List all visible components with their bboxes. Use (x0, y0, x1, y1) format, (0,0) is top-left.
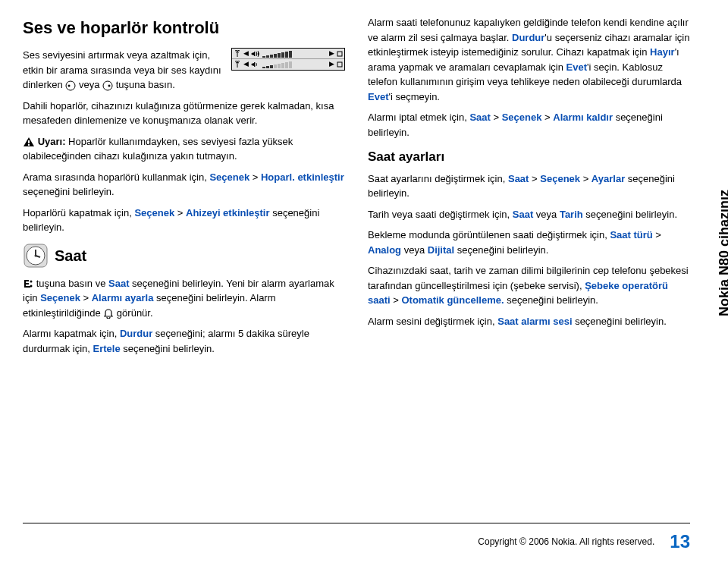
volume-row-speaker: ◀ ▶ (232, 49, 344, 59)
page-content: Ses ve hoparlör kontrolü ◀ ▶ ◀ ▶ (0, 0, 728, 377)
text: Tarih veya saati değiştirmek için, (368, 209, 513, 220)
key-right-icon (102, 80, 113, 91)
text: > (529, 173, 540, 184)
menu-option: Dijital (428, 244, 454, 256)
text: seçeneğini belirleyin. (504, 294, 598, 306)
box-icon (337, 61, 343, 68)
paragraph: Tarih veya saati değiştirmek için, Saat … (368, 207, 690, 222)
paragraph: Cihazınızdaki saat, tarih ve zaman dilim… (368, 263, 690, 308)
box-icon (337, 51, 343, 57)
text: veya (79, 79, 102, 90)
paragraph: Alarmı kapatmak için, Durdur seçeneğini;… (23, 326, 345, 356)
antenna-icon (234, 50, 241, 58)
svg-rect-7 (28, 144, 30, 146)
menu-option: Alarmı ayarla (92, 292, 154, 303)
text: Arama sırasında hoparlörü kullanmak için… (23, 171, 209, 183)
menu-option: Otomatik güncelleme. (401, 294, 504, 306)
menu-option: Saat türü (610, 229, 652, 240)
menu-option: Ahizeyi etkinleştir (186, 207, 270, 218)
paragraph: tuşuna basın ve Saat seçeneğini belirley… (23, 276, 345, 321)
text: > (249, 171, 261, 183)
key-left-icon (65, 80, 76, 91)
text: veya (533, 209, 560, 220)
svg-point-14 (30, 285, 33, 288)
svg-point-2 (66, 81, 75, 90)
copyright-text: Copyright © 2006 Nokia. All rights reser… (478, 535, 654, 549)
menu-option: Alarmı kaldır (553, 112, 613, 123)
paragraph: Hoparlörü kapatmak için, Seçenek > Ahize… (23, 206, 345, 235)
warning-paragraph: Uyarı: Hoparlör kullanımdayken, ses sevi… (23, 134, 345, 164)
paragraph: Alarmı iptal etmek için, Saat > Seçenek … (368, 110, 690, 140)
menu-option: Seçenek (540, 173, 580, 184)
menu-option: Hayır (650, 46, 675, 58)
text: Hoparlörü kapatmak için, (23, 207, 134, 218)
text: tuşuna basın ve (36, 278, 108, 289)
menu-option: Hoparl. etkinleştir (261, 171, 344, 183)
heading-sound: Ses ve hoparlör kontrolü (23, 15, 345, 40)
paragraph: Arama sırasında hoparlörü kullanmak için… (23, 170, 345, 200)
menu-option: Evet (368, 91, 388, 102)
text: seçeneğini belirleyin. (121, 343, 215, 354)
menu-option: Evet (566, 61, 587, 73)
antenna-icon (234, 61, 241, 68)
arrow-left-icon: ◀ (243, 49, 249, 59)
text: seçeneğini belirleyin. (583, 209, 677, 220)
text: Alarmı kapatmak için, (23, 328, 120, 339)
arrow-right-icon: ▶ (329, 49, 334, 59)
text: 'i seçmeyin. (388, 91, 440, 102)
menu-option: Seçenek (209, 171, 249, 183)
menu-option: Saat (513, 209, 533, 220)
text: > (541, 112, 553, 123)
arrow-right-icon: ▶ (329, 59, 334, 70)
svg-point-12 (35, 254, 37, 256)
text: > (491, 112, 502, 123)
warning-icon (23, 137, 35, 147)
paragraph: Bekleme modunda görüntülenen saati değiş… (368, 228, 690, 257)
text: seçeneğini belirleyin. (454, 244, 548, 256)
heading-clock-settings: Saat ayarları (368, 147, 690, 167)
volume-bars (262, 50, 327, 58)
right-column: Alarm saati telefonunuz kapalıyken geldi… (368, 15, 690, 362)
volume-indicator-widget: ◀ ▶ ◀ ▶ (231, 48, 345, 71)
menu-option: Saat (469, 112, 490, 123)
text: > (580, 173, 592, 184)
svg-point-13 (30, 281, 33, 283)
menu-option: Saat (508, 173, 529, 184)
speaker-loud-icon (251, 50, 260, 58)
menu-option: Durdur (120, 328, 152, 339)
menu-option: Seçenek (502, 112, 542, 123)
svg-point-4 (103, 81, 112, 90)
menu-option: Seçenek (134, 207, 174, 218)
menu-option: Ertele (93, 343, 120, 354)
text: veya (401, 244, 428, 256)
text: Saat ayarlarını değiştirmek için, (368, 173, 508, 184)
text: seçeneğini belirleyin. (23, 186, 115, 197)
text: seçeneğini belirleyin. (573, 316, 667, 327)
clock-heading-row: Saat (23, 243, 345, 269)
menu-option: Seçenek (40, 292, 80, 303)
left-column: Ses ve hoparlör kontrolü ◀ ▶ ◀ ▶ (23, 15, 345, 362)
arrow-left-icon: ◀ (243, 59, 249, 70)
text: > (80, 292, 92, 303)
svg-point-5 (108, 84, 111, 86)
page-number: 13 (670, 528, 690, 555)
text: Alarmı iptal etmek için, (368, 112, 469, 123)
alarm-bell-icon (103, 308, 114, 319)
paragraph: Dahili hoparlör, cihazınızı kulağınıza g… (23, 99, 345, 128)
svg-rect-0 (337, 52, 342, 56)
volume-row-earpiece: ◀ ▶ (232, 59, 344, 70)
side-page-label: Nokia N80 cihazınız (714, 190, 728, 316)
paragraph: Alarm saati telefonunuz kapalıyken geldi… (368, 15, 690, 104)
menu-option: Ayarlar (592, 173, 625, 184)
text: > (391, 294, 402, 306)
page-footer: Copyright © 2006 Nokia. All rights reser… (23, 523, 690, 555)
heading-clock: Saat (55, 244, 86, 267)
text: > (174, 207, 186, 218)
svg-rect-6 (28, 140, 30, 143)
paragraph: Alarm sesini değiştirmek için, Saat alar… (368, 314, 690, 329)
text: görünür. (117, 307, 153, 319)
text: Alarm sesini değiştirmek için, (368, 316, 497, 327)
menu-key-icon (23, 278, 33, 289)
menu-option: Saat (108, 278, 129, 289)
menu-option: Saat alarmı sesi (497, 316, 572, 327)
